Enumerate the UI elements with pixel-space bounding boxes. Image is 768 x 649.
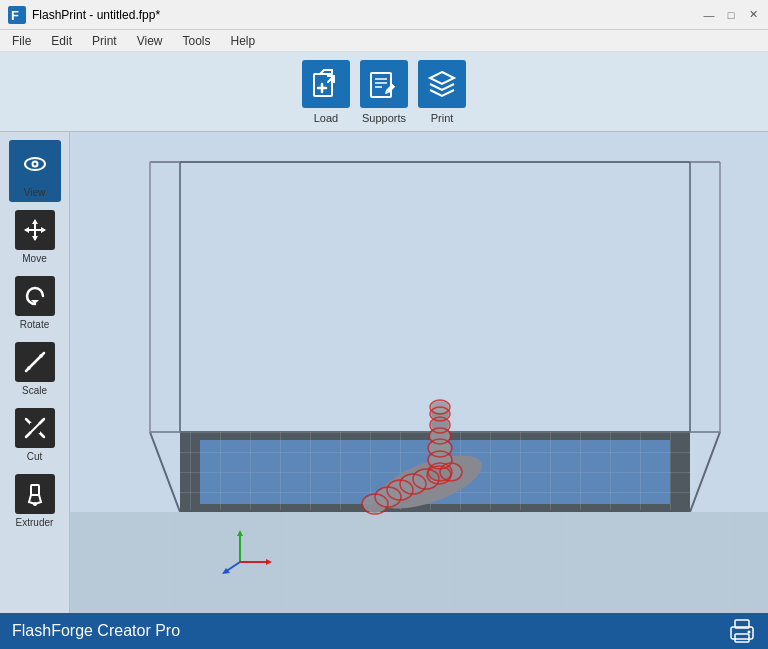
svg-rect-49 bbox=[70, 512, 768, 613]
svg-point-10 bbox=[33, 163, 36, 166]
window-controls: — □ ✕ bbox=[702, 8, 760, 22]
svg-rect-3 bbox=[371, 73, 391, 97]
menu-edit[interactable]: Edit bbox=[43, 32, 80, 50]
menu-bar: File Edit Print View Tools Help bbox=[0, 30, 768, 52]
extruder-label: Extruder bbox=[16, 517, 54, 528]
sidebar-cut-button[interactable]: Cut bbox=[9, 404, 61, 466]
sidebar-scale-button[interactable]: Scale bbox=[9, 338, 61, 400]
print-icon bbox=[418, 60, 466, 108]
close-button[interactable]: ✕ bbox=[746, 8, 760, 22]
supports-label: Supports bbox=[362, 112, 406, 124]
app-icon: F bbox=[8, 6, 26, 24]
sidebar-move-button[interactable]: Move bbox=[9, 206, 61, 268]
menu-file[interactable]: File bbox=[4, 32, 39, 50]
menu-view[interactable]: View bbox=[129, 32, 171, 50]
printer-icon bbox=[728, 617, 756, 645]
minimize-button[interactable]: — bbox=[702, 8, 716, 22]
menu-print[interactable]: Print bbox=[84, 32, 125, 50]
status-bar: FlashForge Creator Pro bbox=[0, 613, 768, 649]
svg-marker-14 bbox=[32, 236, 38, 241]
status-label: FlashForge Creator Pro bbox=[12, 622, 180, 640]
load-button[interactable]: Load bbox=[302, 60, 350, 124]
viewport-canvas bbox=[70, 132, 768, 613]
svg-point-26 bbox=[33, 502, 37, 506]
sidebar-rotate-button[interactable]: Rotate bbox=[9, 272, 61, 334]
cut-icon-box bbox=[15, 408, 55, 448]
view-icon-box bbox=[15, 144, 55, 184]
move-label: Move bbox=[22, 253, 46, 264]
supports-button[interactable]: Supports bbox=[360, 60, 408, 124]
print-label: Print bbox=[431, 112, 454, 124]
sidebar: View Move bbox=[0, 132, 70, 613]
svg-marker-13 bbox=[32, 219, 38, 224]
svg-marker-16 bbox=[41, 227, 46, 233]
load-label: Load bbox=[314, 112, 338, 124]
sidebar-extruder-button[interactable]: Extruder bbox=[9, 470, 61, 532]
rotate-icon-box bbox=[15, 276, 55, 316]
svg-text:F: F bbox=[11, 8, 19, 23]
rotate-label: Rotate bbox=[20, 319, 49, 330]
main-area: View Move bbox=[0, 132, 768, 613]
cut-label: Cut bbox=[27, 451, 43, 462]
menu-tools[interactable]: Tools bbox=[175, 32, 219, 50]
viewport[interactable] bbox=[70, 132, 768, 613]
svg-rect-25 bbox=[31, 485, 39, 495]
toolbar: Load Supports bbox=[0, 52, 768, 132]
title-bar: F FlashPrint - untitled.fpp* — □ ✕ bbox=[0, 0, 768, 30]
print-button[interactable]: Print bbox=[418, 60, 466, 124]
menu-help[interactable]: Help bbox=[223, 32, 264, 50]
svg-point-88 bbox=[748, 631, 751, 634]
load-icon bbox=[302, 60, 350, 108]
maximize-button[interactable]: □ bbox=[724, 8, 738, 22]
scale-icon-box bbox=[15, 342, 55, 382]
move-icon-box bbox=[15, 210, 55, 250]
extruder-icon-box bbox=[15, 474, 55, 514]
title-bar-left: F FlashPrint - untitled.fpp* bbox=[8, 6, 160, 24]
view-label: View bbox=[24, 187, 46, 198]
svg-marker-15 bbox=[24, 227, 29, 233]
sidebar-view-button[interactable]: View bbox=[9, 140, 61, 202]
supports-icon bbox=[360, 60, 408, 108]
title-text: FlashPrint - untitled.fpp* bbox=[32, 8, 160, 22]
svg-rect-87 bbox=[735, 634, 749, 642]
scale-label: Scale bbox=[22, 385, 47, 396]
